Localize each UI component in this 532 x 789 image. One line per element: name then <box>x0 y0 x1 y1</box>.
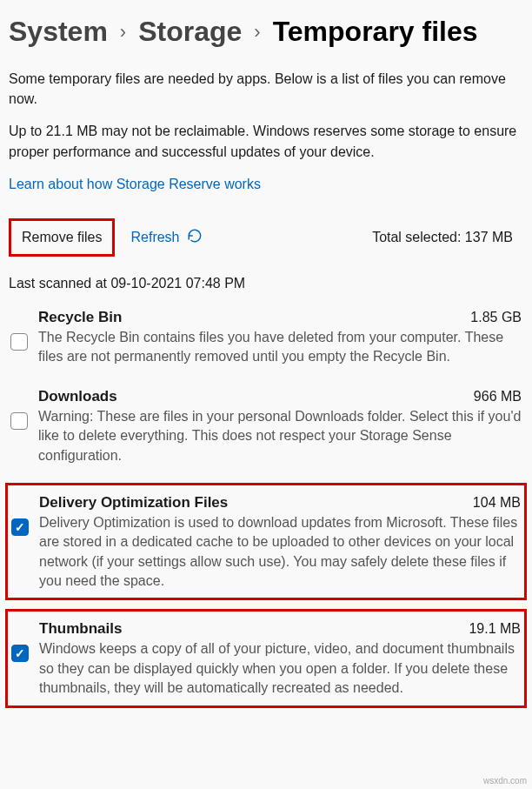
item-head: Thumbnails19.1 MB <box>39 620 521 638</box>
action-row: Remove files Refresh Total selected: 137… <box>0 210 532 257</box>
intro-p1: Some temporary files are needed by apps.… <box>9 69 523 109</box>
item-size: 1.85 GB <box>462 310 522 325</box>
item-title: Delivery Optimization Files <box>39 494 228 512</box>
last-scanned: Last scanned at 09-10-2021 07:48 PM <box>0 257 532 297</box>
item-checkbox[interactable] <box>11 645 29 662</box>
item-head: Recycle Bin1.85 GB <box>38 309 522 326</box>
item-head: Downloads966 MB <box>38 388 522 405</box>
intro-p2: Up to 21.1 MB may not be reclaimable. Wi… <box>9 121 523 161</box>
item-title: Downloads <box>38 388 117 405</box>
storage-reserve-link[interactable]: Learn about how Storage Reserve works <box>9 177 261 191</box>
breadcrumb: System › Storage › Temporary files <box>0 0 532 57</box>
total-selected: Total selected: 137 MB <box>372 230 523 245</box>
chevron-right-icon: › <box>254 21 260 43</box>
list-item: Thumbnails19.1 MBWindows keeps a copy of… <box>5 609 527 707</box>
refresh-label: Refresh <box>130 230 179 245</box>
breadcrumb-system[interactable]: System <box>9 16 108 48</box>
item-title: Thumbnails <box>39 620 122 638</box>
item-head: Delivery Optimization Files104 MB <box>39 494 521 512</box>
list-item: Delivery Optimization Files104 MBDeliver… <box>5 483 527 601</box>
item-description: Delivery Optimization is used to downloa… <box>39 513 521 592</box>
remove-files-button[interactable]: Remove files <box>9 218 115 257</box>
item-body: Delivery Optimization Files104 MBDeliver… <box>39 494 521 592</box>
item-checkbox[interactable] <box>11 518 29 536</box>
item-size: 19.1 MB <box>460 621 521 637</box>
item-size: 104 MB <box>464 495 521 511</box>
intro-text: Some temporary files are needed by apps.… <box>0 57 532 194</box>
item-checkbox[interactable] <box>10 333 28 351</box>
item-body: Downloads966 MBWarning: These are files … <box>38 388 522 465</box>
item-body: Recycle Bin1.85 GBThe Recycle Bin contai… <box>38 309 522 367</box>
list-item: Recycle Bin1.85 GBThe Recycle Bin contai… <box>5 297 527 376</box>
item-description: The Recycle Bin contains files you have … <box>38 328 522 367</box>
items-list: Recycle Bin1.85 GBThe Recycle Bin contai… <box>0 297 532 708</box>
page-title: Temporary files <box>273 16 478 48</box>
breadcrumb-storage[interactable]: Storage <box>138 16 242 48</box>
list-item: Downloads966 MBWarning: These are files … <box>5 376 527 474</box>
item-title: Recycle Bin <box>38 309 122 326</box>
item-size: 966 MB <box>465 389 522 405</box>
refresh-button[interactable]: Refresh <box>130 228 202 247</box>
item-body: Thumbnails19.1 MBWindows keeps a copy of… <box>39 620 521 698</box>
chevron-right-icon: › <box>120 21 126 43</box>
item-description: Windows keeps a copy of all of your pict… <box>39 639 521 698</box>
refresh-icon <box>187 228 203 247</box>
item-checkbox[interactable] <box>10 412 28 430</box>
item-description: Warning: These are files in your persona… <box>38 407 522 465</box>
